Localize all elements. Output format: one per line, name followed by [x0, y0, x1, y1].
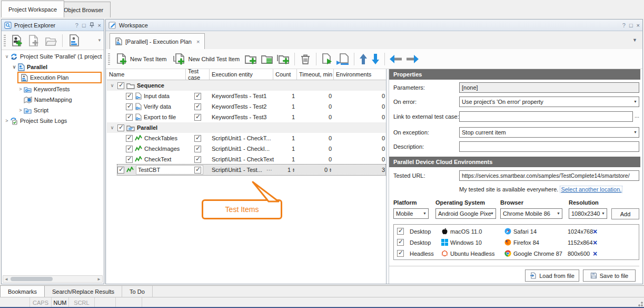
spin-down-icon[interactable]: ▼ [292, 170, 295, 172]
maximize-icon[interactable]: □ [629, 22, 633, 28]
resize-grip[interactable] [637, 300, 643, 306]
help-icon[interactable]: ? [622, 22, 626, 28]
expander-icon[interactable]: ∨ [4, 54, 10, 59]
row-checkbox[interactable] [117, 124, 124, 131]
environment-checkbox[interactable] [397, 239, 404, 246]
table-row[interactable]: Export to file KeywordTests - Test3 1 0 … [107, 112, 386, 122]
expander-icon[interactable]: > [4, 118, 10, 123]
environment-row[interactable]: Headless Ubuntu Headless Google Chrome 8… [394, 248, 639, 259]
tab-search-replace-results[interactable]: Search/Replace Results [45, 286, 122, 297]
row-checkbox[interactable] [126, 156, 133, 163]
table-row-selected[interactable]: TestCBT Script\Unit1 - Test... ··· 1 ▲▼ … [117, 165, 385, 175]
delete-environment-icon[interactable]: × [593, 248, 597, 259]
parameters-field[interactable]: [none] [459, 82, 639, 93]
toolbar-dropdown-icon[interactable]: ▼ [97, 38, 102, 43]
test-case-checkbox[interactable] [194, 146, 201, 152]
table-row[interactable]: CheckTables Script\Unit1 - CheckT... 1 0… [107, 133, 386, 143]
tree-item-execution-plan-selected[interactable]: Execution Plan [17, 72, 102, 83]
row-checkbox[interactable] [126, 103, 133, 110]
tree-item-project-suite[interactable]: ∨ Project Suite 'Parallel' (1 project [2, 51, 104, 62]
tree-item-parallel[interactable]: ∨ Parallel [2, 62, 104, 72]
table-row[interactable]: CheckText Script\Unit1 - CheckText 1 0 0 [107, 154, 386, 165]
add-project-icon[interactable] [10, 34, 24, 47]
scrollbar-thumb[interactable] [11, 277, 53, 281]
group-items-icon[interactable] [260, 53, 274, 65]
test-case-checkbox[interactable] [194, 135, 201, 142]
tab-bookmarks[interactable]: Bookmarks [0, 286, 45, 297]
delete-icon[interactable] [299, 53, 312, 65]
help-icon[interactable]: ? [75, 22, 78, 28]
column-header-execution-entity[interactable]: Execution entity [210, 69, 273, 80]
toolbar-grip[interactable] [108, 53, 110, 65]
test-case-checkbox[interactable] [194, 103, 201, 110]
expander-icon[interactable]: ∨ [109, 83, 115, 88]
row-checkbox[interactable] [117, 167, 124, 174]
table-row[interactable]: CheckImages Script\Unit1 - CheckI... 1 0… [107, 143, 386, 154]
close-icon[interactable]: × [637, 22, 640, 28]
new-item-icon-disabled[interactable] [27, 34, 41, 47]
environment-row[interactable]: Desktop macOS 11.0 Safari 14 1024x768 × [394, 226, 639, 237]
delete-environment-icon[interactable]: × [593, 226, 597, 237]
scroll-right-icon[interactable]: ► [96, 277, 102, 282]
run-test-item-icon[interactable] [321, 53, 333, 65]
run-focused-item-icon[interactable] [336, 53, 350, 65]
on-error-dropdown[interactable]: Use project's 'On error' property [459, 97, 639, 107]
move-right-icon[interactable] [405, 54, 419, 64]
row-checkbox[interactable] [117, 82, 124, 89]
test-case-checkbox[interactable] [194, 114, 201, 121]
table-row[interactable]: Verify data KeywordTests - Test2 1 0 0 [107, 101, 386, 112]
delete-environment-icon[interactable]: × [593, 237, 597, 248]
browser-select[interactable]: Chrome Mobile 86 [500, 208, 562, 219]
tab-list-dropdown-icon[interactable]: ▼ [632, 37, 637, 43]
row-checkbox[interactable] [126, 114, 133, 121]
table-row-group[interactable]: ∨ Parallel [107, 122, 386, 133]
description-field[interactable] [459, 141, 639, 152]
tree-item-project-suite-logs[interactable]: > Project Suite Logs [2, 116, 104, 126]
move-up-icon[interactable] [359, 53, 368, 65]
column-header-timeout[interactable]: Timeout, min [297, 69, 334, 80]
horizontal-scrollbar[interactable]: ◄ ► [3, 275, 103, 283]
new-child-group-icon[interactable] [276, 53, 290, 65]
load-from-file-button[interactable]: Load from file [525, 270, 579, 282]
execution-plan-toolbar-icon[interactable] [67, 34, 81, 47]
tab-execution-plan-document[interactable]: [Parallel] - Execution Plan × [110, 33, 205, 49]
add-environment-button[interactable]: Add [611, 208, 639, 219]
move-down-icon[interactable] [371, 53, 380, 65]
tab-to-do[interactable]: To Do [122, 286, 153, 297]
new-test-item-button[interactable]: New Test Item [114, 52, 169, 66]
expander-icon[interactable]: ∨ [109, 125, 115, 130]
save-to-file-button[interactable]: Save to file [583, 270, 636, 282]
browse-more-button[interactable]: ... [635, 112, 639, 119]
row-checkbox[interactable] [126, 146, 133, 152]
table-row[interactable]: Input data KeywordTests - Test1 1 0 0 [107, 91, 386, 101]
platform-select[interactable]: Mobile [393, 208, 429, 219]
environment-row[interactable]: Desktop Windows 10 Firefox 84 1152x864 × [394, 237, 639, 248]
tab-object-browser[interactable]: Object Browser [56, 2, 111, 17]
spin-down-icon[interactable]: ▼ [329, 170, 332, 172]
select-location-link[interactable]: Select another location. [560, 186, 622, 193]
close-tab-icon[interactable]: × [196, 38, 200, 45]
link-external-field[interactable] [459, 111, 633, 122]
row-checkbox[interactable] [126, 135, 133, 142]
os-select[interactable]: Android Google Pixe [435, 208, 496, 219]
move-left-icon[interactable] [389, 54, 403, 64]
close-icon[interactable]: × [98, 22, 101, 28]
column-header-test-case[interactable]: Test case [186, 69, 210, 80]
tree-item-keywordtests[interactable]: > KeywordTests + [2, 84, 104, 94]
pin-icon[interactable] [90, 22, 94, 28]
new-child-test-item-button[interactable]: New Child Test Item [171, 52, 242, 66]
expander-icon[interactable]: > [17, 86, 24, 92]
column-header-name[interactable]: Name [107, 69, 186, 80]
test-case-checkbox[interactable] [194, 93, 201, 100]
column-header-environments[interactable]: Environments [334, 69, 387, 80]
scroll-left-icon[interactable]: ◄ [3, 277, 9, 282]
resolution-select[interactable]: 1080x2340 [569, 208, 607, 219]
tested-url-field[interactable]: https://services.smartbear.com/samples/T… [459, 170, 639, 181]
table-row-group[interactable]: ∨ Sequence [107, 80, 386, 91]
maximize-icon[interactable]: □ [82, 22, 86, 28]
expander-icon[interactable]: > [17, 108, 24, 113]
environment-checkbox[interactable] [397, 228, 404, 235]
row-checkbox[interactable] [126, 93, 133, 100]
test-case-checkbox[interactable] [194, 167, 201, 174]
test-case-checkbox[interactable] [194, 156, 201, 163]
